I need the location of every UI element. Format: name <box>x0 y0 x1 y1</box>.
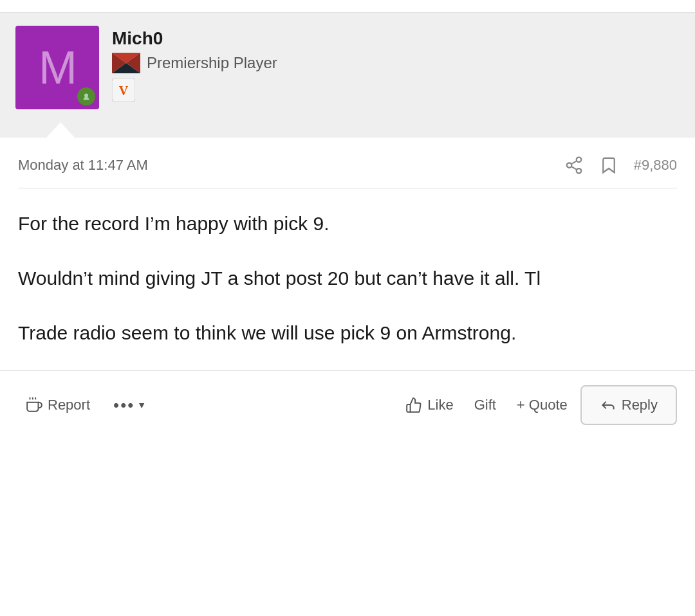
post-body: For the record I’m happy with pick 9. Wo… <box>18 188 677 370</box>
post-number: #9,880 <box>634 157 677 174</box>
post-content-area: Monday at 11:47 AM #9,880 <box>0 138 695 370</box>
separator-area <box>0 122 695 138</box>
svg-line-12 <box>571 161 577 164</box>
bookmark-icon[interactable] <box>599 156 618 175</box>
more-button[interactable]: ••• ▼ <box>113 395 146 415</box>
svg-point-9 <box>566 163 571 168</box>
like-icon <box>405 397 422 413</box>
post-container: M Mich0 <box>0 13 695 439</box>
post-header: M Mich0 <box>0 13 695 122</box>
svg-point-8 <box>576 158 581 163</box>
post-actions-right: #9,880 <box>564 156 677 175</box>
v-badge-icon: V <box>112 78 135 102</box>
arrow-notch <box>46 122 75 138</box>
post-footer: Report ••• ▼ Like Gift + Quote <box>0 370 695 439</box>
report-icon <box>26 397 42 413</box>
username[interactable]: Mich0 <box>112 28 277 49</box>
online-badge <box>77 87 95 105</box>
svg-point-1 <box>84 94 88 98</box>
svg-line-11 <box>571 167 577 170</box>
avatar-wrapper: M <box>15 26 99 109</box>
footer-left: Report ••• ▼ <box>18 392 146 419</box>
post-paragraph-1: For the record I’m happy with pick 9. <box>18 209 677 238</box>
more-dots: ••• <box>113 395 134 415</box>
reply-button[interactable]: Reply <box>580 385 677 425</box>
like-label: Like <box>427 397 453 413</box>
like-button[interactable]: Like <box>398 392 461 419</box>
top-bar <box>0 0 695 13</box>
reply-label: Reply <box>622 397 658 413</box>
reply-icon <box>600 397 616 413</box>
svg-point-10 <box>576 168 581 174</box>
report-button[interactable]: Report <box>18 392 98 419</box>
v-badge-row: V <box>112 78 277 102</box>
post-paragraph-3: Trade radio seem to think we will use pi… <box>18 318 677 347</box>
chevron-down-icon: ▼ <box>137 400 146 410</box>
share-icon[interactable] <box>564 156 584 175</box>
quote-label: + Quote <box>517 397 568 413</box>
quote-button[interactable]: + Quote <box>509 392 575 419</box>
post-paragraph-2: Wouldn’t mind giving JT a shot post 20 b… <box>18 264 677 293</box>
post-timestamp: Monday at 11:47 AM <box>18 157 148 174</box>
email-badge-icon <box>112 53 140 73</box>
user-title: Premiership Player <box>147 54 277 72</box>
svg-text:V: V <box>119 84 129 98</box>
report-label: Report <box>48 397 90 413</box>
avatar-letter: M <box>39 41 76 94</box>
gift-label: Gift <box>474 397 496 413</box>
user-title-row: Premiership Player <box>112 53 277 73</box>
footer-right: Like Gift + Quote Reply <box>398 385 677 425</box>
user-info: Mich0 Premiership Player V <box>112 26 277 102</box>
gift-button[interactable]: Gift <box>467 392 504 419</box>
post-meta: Monday at 11:47 AM #9,880 <box>18 138 677 188</box>
